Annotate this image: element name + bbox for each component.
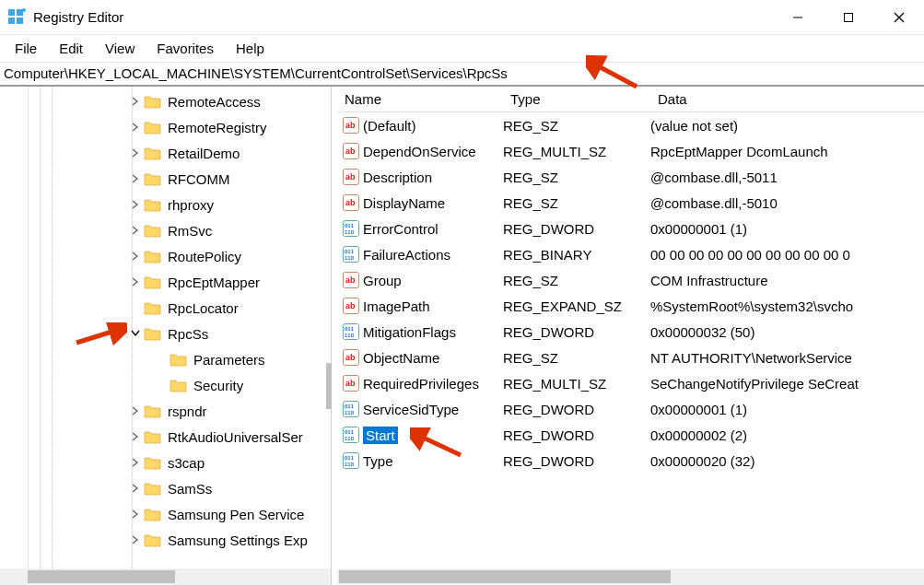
chevron-right-icon[interactable] [129,250,142,263]
chevron-right-icon[interactable] [129,456,142,469]
maximize-button[interactable] [823,0,873,35]
tree-item[interactable]: Security [0,372,331,398]
chevron-right-icon[interactable] [129,224,142,237]
chevron-right-icon[interactable] [129,533,142,546]
value-name: DependOnService [363,144,476,159]
menu-help[interactable]: Help [227,38,274,59]
value-type: REG_SZ [496,118,643,134]
values-list[interactable]: (Default)REG_SZ(value not set)DependOnSe… [337,112,924,568]
tree-item[interactable]: rspndr [0,398,331,424]
folder-icon [144,455,162,470]
folder-icon [144,300,162,315]
tree-item[interactable]: RemoteAccess [0,88,331,114]
value-name: ImagePath [363,298,430,314]
tree-item[interactable]: RpcSs [0,321,331,346]
folder-icon [144,249,162,263]
chevron-right-icon[interactable] [129,275,142,288]
tree-item[interactable]: SamSs [0,475,331,501]
values-header: Name Type Data [337,87,924,112]
svg-point-4 [22,8,26,12]
tree-item[interactable]: s3cap [0,450,331,475]
tree-item[interactable]: rhproxy [0,192,331,217]
tree-item[interactable]: RFCOMM [0,166,331,192]
tree-horizontal-scrollbar[interactable] [0,568,331,585]
chevron-right-icon[interactable] [129,482,142,495]
value-name: FailureActions [363,247,450,263]
chevron-right-icon[interactable] [129,508,142,521]
value-name: ErrorControl [363,221,439,237]
value-data: 0x00000032 (50) [643,324,924,340]
tree-item-label: Parameters [193,352,265,368]
tree-item[interactable]: RtkAudioUniversalSer [0,424,331,450]
value-row[interactable]: DependOnServiceREG_MULTI_SZRpcEptMapper … [337,138,924,164]
folder-icon [144,326,162,341]
value-row[interactable]: ServiceSidTypeREG_DWORD0x00000001 (1) [337,396,924,422]
column-type[interactable]: Type [503,91,650,107]
chevron-right-icon[interactable] [129,172,142,185]
chevron-right-icon[interactable] [129,430,142,443]
menu-favorites[interactable]: Favorites [147,38,223,59]
value-data: 0x00000001 (1) [643,221,924,237]
minimize-button[interactable] [772,0,823,35]
binary-value-icon [343,246,359,263]
binary-value-icon [343,220,359,237]
value-row[interactable]: DescriptionREG_SZ@combase.dll,-5011 [337,164,924,190]
registry-tree[interactable]: RemoteAccessRemoteRegistryRetailDemoRFCO… [0,87,331,568]
value-row[interactable]: (Default)REG_SZ(value not set) [337,112,924,138]
values-horizontal-scrollbar[interactable] [337,568,924,585]
folder-icon [144,223,162,238]
chevron-down-icon[interactable] [129,327,142,340]
value-data: 0x00000002 (2) [643,427,924,443]
value-type: REG_DWORD [496,402,643,417]
value-row[interactable]: ErrorControlREG_DWORD0x00000001 (1) [337,216,924,241]
value-row[interactable]: DisplayNameREG_SZ@combase.dll,-5010 [337,190,924,216]
tree-item[interactable]: RetailDemo [0,140,331,166]
tree-item[interactable]: Samsung Pen Service [0,501,331,527]
address-bar[interactable]: Computer\HKEY_LOCAL_MACHINE\SYSTEM\Curre… [0,63,924,87]
tree-item-label: RetailDemo [168,146,240,161]
tree-item-label: rhproxy [168,197,214,213]
value-name: Group [363,273,402,288]
value-name: (Default) [363,118,416,134]
menubar: File Edit View Favorites Help [0,35,924,63]
menu-view[interactable]: View [96,38,144,59]
menu-file[interactable]: File [6,38,46,59]
value-data: SeChangeNotifyPrivilege SeCreat [643,376,924,392]
string-value-icon [343,349,359,366]
chevron-right-icon[interactable] [129,404,142,417]
value-row[interactable]: GroupREG_SZCOM Infrastructure [337,267,924,293]
value-row[interactable]: TypeREG_DWORD0x00000020 (32) [337,448,924,474]
pane-splitter[interactable] [332,87,337,585]
tree-item-label: Security [193,378,243,393]
value-row[interactable]: FailureActionsREG_BINARY00 00 00 00 00 0… [337,241,924,267]
column-data[interactable]: Data [650,91,924,107]
value-type: REG_MULTI_SZ [496,376,643,392]
tree-item[interactable]: RmSvc [0,217,331,243]
column-name[interactable]: Name [337,91,503,107]
tree-item[interactable]: RoutePolicy [0,243,331,269]
value-row[interactable]: ObjectNameREG_SZNT AUTHORITY\NetworkServ… [337,345,924,370]
chevron-right-icon[interactable] [129,198,142,211]
tree-item[interactable]: Parameters [0,346,331,372]
value-row[interactable]: MitigationFlagsREG_DWORD0x00000032 (50) [337,319,924,345]
value-row[interactable]: RequiredPrivilegesREG_MULTI_SZSeChangeNo… [337,370,924,396]
chevron-right-icon[interactable] [129,121,142,134]
tree-item[interactable]: RemoteRegistry [0,114,331,140]
chevron-right-icon[interactable] [129,95,142,108]
tree-item[interactable]: RpcEptMapper [0,269,331,295]
value-data: 0x00000020 (32) [643,453,924,469]
tree-item[interactable]: Samsung Settings Exp [0,527,331,553]
value-data: 00 00 00 00 00 00 00 00 00 00 0 [643,247,924,263]
tree-item-label: Samsung Settings Exp [168,532,308,548]
menu-edit[interactable]: Edit [50,38,92,59]
svg-rect-6 [844,13,852,21]
folder-icon [170,352,188,367]
tree-item[interactable]: RpcLocator [0,295,331,321]
close-button[interactable] [873,0,924,35]
value-row[interactable]: ImagePathREG_EXPAND_SZ%SystemRoot%\syste… [337,293,924,319]
value-row[interactable]: StartREG_DWORD0x00000002 (2) [337,422,924,448]
chevron-right-icon[interactable] [129,146,142,159]
string-value-icon [343,194,359,211]
value-data: 0x00000001 (1) [643,402,924,417]
string-value-icon [343,169,359,185]
